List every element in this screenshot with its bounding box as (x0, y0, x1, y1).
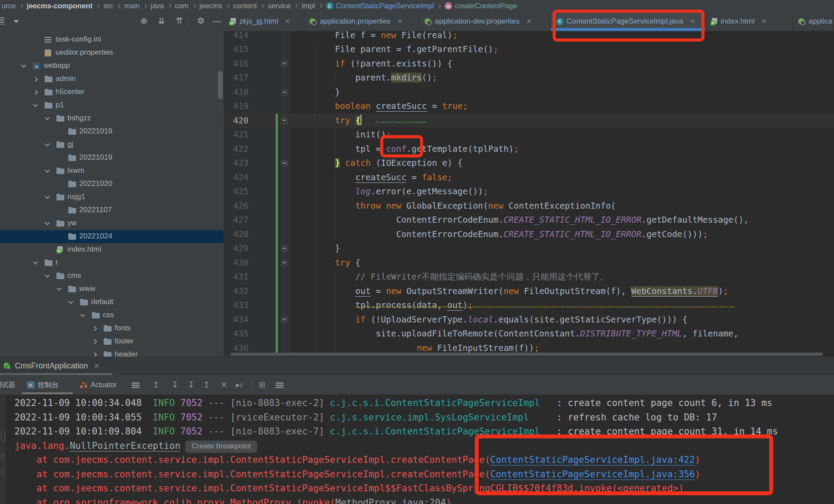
tree-item-index.html[interactable]: Hindex.html (0, 243, 224, 256)
tree-item-yw[interactable]: yw (0, 217, 224, 230)
chevron-right-icon[interactable] (33, 90, 38, 94)
chevron-down-icon[interactable] (21, 63, 26, 67)
tree-item-fonts[interactable]: fonts (0, 322, 224, 335)
breadcrumb-item[interactable]: jeecms (200, 2, 222, 10)
fold-up-icon[interactable] (281, 245, 287, 252)
breadcrumb-item[interactable]: service (268, 2, 291, 10)
tree-item-header[interactable]: header (0, 348, 224, 357)
tree-item-20221019[interactable]: 20221019 (0, 151, 224, 164)
tree-item-bshgzz[interactable]: bshgzz (0, 112, 224, 125)
run-tab-cmsfrontapplication[interactable]: CmsFrontApplication ✕ (4, 357, 99, 375)
fold-up-icon[interactable] (281, 160, 287, 166)
tree-item-lxwm[interactable]: lxwm (0, 164, 224, 178)
breadcrumb-item[interactable]: jeecms-component (27, 2, 92, 10)
tree-scrollbar[interactable] (218, 71, 223, 99)
fold-down-icon[interactable] (281, 61, 287, 67)
scroll-down-icon[interactable]: ↧ (188, 380, 195, 390)
breadcrumb-item[interactable]: com (175, 2, 189, 10)
stacktrace-link[interactable]: MethodProxy.java:204 (335, 497, 446, 504)
tab-application.properties[interactable]: application.properties✕ (304, 12, 419, 31)
fold-icon[interactable] (1, 468, 5, 474)
breadcrumb-item[interactable]: CContentStaticPageServiceImpl (326, 2, 434, 10)
close-icon[interactable]: ✕ (761, 18, 767, 25)
close-icon[interactable]: ✕ (526, 18, 532, 25)
chevron-down-icon[interactable] (33, 259, 38, 264)
chevron-down-icon[interactable] (45, 273, 49, 277)
code-editor[interactable]: 4144154164174184194204214224234244254264… (224, 12, 834, 357)
tree-item-default[interactable]: default (0, 296, 224, 309)
chevron-down-icon[interactable] (45, 115, 49, 120)
tab-debugger[interactable]: 调试器 (0, 375, 15, 395)
chevron-right-icon[interactable] (33, 77, 38, 81)
stacktrace-link[interactable]: NullPointerException (70, 441, 180, 452)
fold-down-icon[interactable] (281, 317, 287, 323)
breadcrumb-item[interactable]: impl (301, 2, 315, 10)
tree-item-footer[interactable]: footer (0, 335, 224, 348)
fold-icon[interactable] (1, 431, 5, 441)
chevron-right-icon[interactable] (92, 339, 97, 344)
chevron-down-icon[interactable] (45, 220, 49, 225)
chevron-down-icon[interactable] (68, 299, 73, 304)
tab-zkjs_jg.html[interactable]: Hzkjs_jg.html✕ (224, 12, 304, 31)
tab-application-dev.properties[interactable]: application-dev.properties✕ (419, 12, 551, 31)
tab-actuator[interactable]: Actuator (80, 375, 117, 395)
project-view-icon[interactable] (0, 18, 4, 24)
settings-icon[interactable]: ⚙ (196, 17, 206, 25)
tree-item-20221107[interactable]: 20221107 (0, 204, 224, 217)
breadcrumb-item[interactable]: java (151, 2, 164, 10)
breadcrumb-item[interactable]: urce (2, 2, 16, 10)
chevron-down-icon[interactable] (56, 286, 61, 290)
fold-down-icon[interactable] (281, 260, 287, 266)
chevron-down-icon[interactable] (80, 312, 85, 317)
breadcrumb-item[interactable]: mcreateContentPage (445, 2, 517, 10)
chevron-down-icon[interactable] (45, 141, 49, 146)
scroll-to-end-icon[interactable]: ↧ (172, 380, 179, 390)
tab-console[interactable]: ▸ 控制台 (27, 375, 59, 395)
tree-item-task-config.ini[interactable]: task-config.ini (0, 33, 224, 46)
chevron-down-icon[interactable] (45, 194, 49, 199)
hide-icon[interactable]: — (212, 17, 222, 25)
fold-down-icon[interactable] (281, 118, 287, 124)
scroll-up-icon[interactable]: ↥ (152, 380, 159, 390)
create-breakpoint-button[interactable]: Create breakpoint (185, 441, 257, 453)
tree-item-h5center[interactable]: h5center (0, 86, 224, 99)
tree-item-20221024[interactable]: 20221024 (0, 230, 224, 243)
tree-item-r[interactable]: r (0, 256, 224, 270)
collapse-all-icon[interactable]: ⇈ (175, 17, 184, 25)
tree-item-www[interactable]: www (0, 283, 224, 296)
close-icon[interactable]: ✕ (94, 362, 99, 370)
tree-item-gj[interactable]: gj (0, 138, 224, 151)
tree-item-20221019[interactable]: 20221019 (0, 125, 224, 138)
fold-up-icon[interactable] (281, 89, 287, 95)
locate-icon[interactable]: ⊕ (139, 17, 149, 25)
tree-item-css[interactable]: css (0, 309, 224, 322)
chevron-right-icon[interactable] (92, 326, 97, 331)
caret-icon[interactable]: ▸ı (236, 380, 242, 390)
tree-item-admin[interactable]: admin (0, 73, 224, 86)
tab-applica[interactable]: applica (793, 12, 834, 31)
tab-index.html[interactable]: Hindex.html✕ (705, 12, 793, 31)
close-icon[interactable]: ✕ (397, 18, 403, 25)
chevron-down-icon[interactable] (33, 102, 38, 107)
chevron-down-icon[interactable] (14, 20, 19, 23)
soft-wrap-icon[interactable] (276, 382, 284, 388)
chevron-down-icon[interactable] (45, 168, 49, 172)
tree-item-nsjg1[interactable]: nsjg1 (0, 191, 224, 204)
grid-icon[interactable]: ⊞ (259, 380, 266, 390)
fold-icon[interactable] (1, 453, 5, 459)
chevron-right-icon[interactable] (92, 352, 97, 357)
tree-item-ueditor.properties[interactable]: ueditor.properties (0, 46, 224, 60)
breadcrumb-item[interactable]: main (124, 2, 140, 10)
tree-item-20221020[interactable]: 20221020 (0, 178, 224, 191)
tree-item-p1[interactable]: p1 (0, 99, 224, 112)
tree-item-webapp[interactable]: webapp (0, 60, 224, 73)
close-icon[interactable]: ✕ (285, 18, 291, 25)
breadcrumb-item[interactable]: src (103, 2, 113, 10)
tree-item-cms[interactable]: cms (0, 270, 224, 283)
options-menu-icon[interactable] (132, 382, 140, 388)
editor-hscrollbar[interactable] (231, 353, 823, 356)
clear-all-icon[interactable]: ✕ (221, 380, 228, 390)
expand-all-icon[interactable]: ⇊ (157, 17, 166, 25)
scroll-up-stack-icon[interactable]: ↥ (203, 380, 210, 390)
breadcrumb-item[interactable]: content (233, 2, 257, 10)
